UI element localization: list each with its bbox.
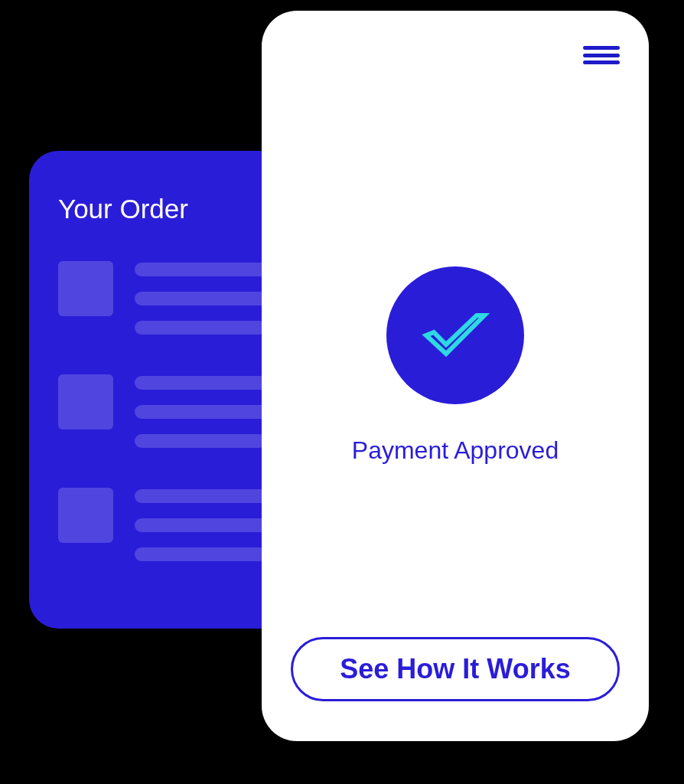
order-thumbnail (58, 261, 113, 316)
hamburger-menu-icon[interactable] (583, 43, 620, 67)
placeholder-line (135, 547, 266, 561)
menu-bar (583, 60, 620, 64)
payment-card: Payment Approved See How It Works (262, 11, 649, 741)
placeholder-line (135, 434, 266, 448)
order-thumbnail (58, 488, 113, 543)
checkmark-icon (386, 266, 524, 404)
order-thumbnail (58, 374, 113, 430)
menu-bar (583, 54, 620, 57)
placeholder-line (135, 321, 266, 335)
see-how-it-works-button[interactable]: See How It Works (291, 637, 620, 701)
menu-bar (583, 46, 620, 50)
status-section: Payment Approved (352, 266, 559, 465)
payment-status-text: Payment Approved (352, 436, 559, 465)
cta-label: See How It Works (340, 653, 570, 685)
